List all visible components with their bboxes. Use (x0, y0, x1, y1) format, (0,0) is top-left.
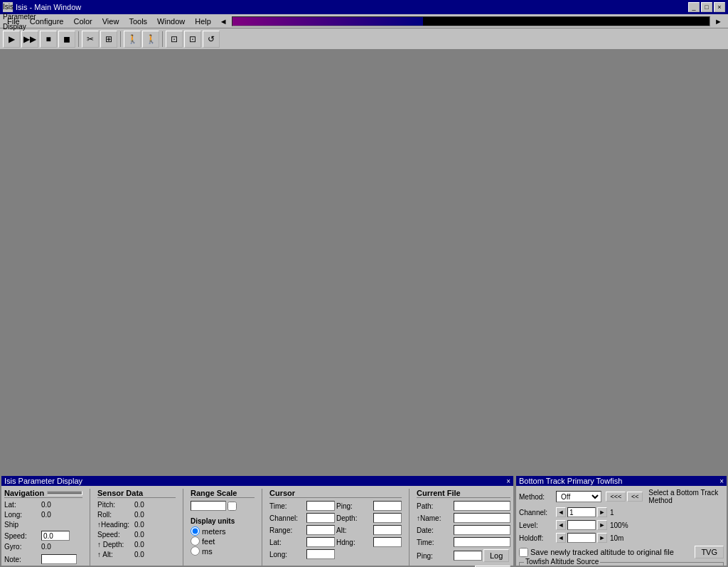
refresh-button[interactable]: ↺ (203, 31, 220, 48)
grid-button[interactable]: ⊞ (100, 31, 117, 48)
param-panel-title: Isis Parameter Display × (1, 476, 513, 486)
holdoff-right-button[interactable]: ► (597, 533, 607, 543)
menu-file[interactable]: File (3, 16, 24, 27)
note-row: Note: (4, 554, 82, 564)
navigation-label: Navigation (4, 489, 44, 497)
level-input[interactable] (567, 520, 596, 530)
level-right-button[interactable]: ► (597, 520, 607, 530)
window-title: Isis - Main Window (16, 3, 81, 11)
cursor-ping-label: Ping: (336, 502, 372, 510)
fast-forward-button[interactable]: ▶▶ (21, 31, 38, 48)
menu-window[interactable]: Window (153, 16, 189, 27)
bottom-track-close-button[interactable]: × (719, 477, 724, 485)
cursor-channel-label: Channel: (269, 514, 305, 522)
divider2 (183, 489, 183, 567)
cursor-range-input[interactable] (306, 525, 335, 535)
cursor-depth-input[interactable] (373, 513, 402, 523)
cf-date-input[interactable] (454, 525, 510, 535)
note-input[interactable] (41, 554, 77, 564)
bottom-panels: Isis Parameter Display × Navigation Lat:… (0, 475, 728, 567)
arrow-right-icon[interactable]: ► (714, 17, 722, 26)
menu-color[interactable]: Color (69, 16, 96, 27)
range-scale-checkbox[interactable] (228, 502, 237, 511)
stop-button[interactable]: ■ (40, 31, 57, 48)
menu-tools[interactable]: Tools (124, 16, 151, 27)
menu-help[interactable]: Help (191, 16, 215, 27)
level-left-button[interactable]: ◄ (556, 520, 566, 530)
nav-speed-input[interactable] (41, 531, 70, 541)
nav-back-far-button[interactable]: <<< (606, 492, 626, 502)
main-canvas (0, 50, 728, 475)
cursor-lat-input[interactable] (306, 537, 335, 547)
meters-radio[interactable] (191, 526, 200, 536)
cf-path-input[interactable] (454, 501, 510, 511)
cf-ping-row: Ping: Log (417, 549, 510, 562)
menu-view[interactable]: View (98, 16, 124, 27)
param-panel-close-button[interactable]: × (506, 477, 510, 485)
nav-back-button[interactable]: << (627, 492, 643, 502)
cursor-hdng-input[interactable] (373, 537, 402, 547)
feet-radio[interactable] (191, 536, 200, 546)
alt-label: ↑ Alt: (97, 551, 133, 558)
stop2-button[interactable]: ◼ (58, 31, 75, 48)
cf-time-input[interactable] (454, 537, 510, 547)
current-file-section: Current File Path: ↑Name: Date: Time: (417, 489, 510, 567)
speed-row: Speed: (4, 531, 82, 541)
heading-label: ↑Heading: (97, 521, 133, 529)
cursor-channel-input[interactable] (306, 513, 335, 523)
method-select[interactable]: Off Auto Manual (556, 491, 601, 502)
navigation-section: Navigation Lat: 0.0 Long: 0.0 Ship Speed… (4, 489, 82, 567)
view2-button[interactable]: ⊡ (184, 31, 201, 48)
view-button[interactable]: ⊡ (166, 31, 183, 48)
scissors-button[interactable]: ✂ (82, 31, 99, 48)
display-units-label: Display units (191, 517, 255, 525)
cf-ping-input[interactable] (454, 551, 482, 561)
save-checkbox[interactable] (519, 548, 528, 557)
channel-control: ◄ ► (556, 507, 607, 517)
maximize-button[interactable]: □ (701, 2, 712, 12)
holdoff-value: 10m (610, 534, 623, 542)
play-button[interactable]: ▶ (3, 31, 20, 48)
meters-label: meters (202, 527, 226, 536)
ms-radio[interactable] (191, 546, 200, 556)
range-scale-label: Range Scale (191, 489, 237, 497)
cf-name-input[interactable] (454, 513, 510, 523)
log-button[interactable]: Log (483, 549, 509, 562)
arrow-left-icon[interactable]: ◄ (220, 17, 228, 26)
cursor-range-row: Range: Alt: (269, 525, 402, 535)
menu-configure[interactable]: Configure (26, 16, 68, 27)
alt-value: 0.0 (134, 551, 144, 558)
roll-label: Roll: (97, 511, 133, 519)
channel-left-button[interactable]: ◄ (556, 507, 566, 517)
cursor-time-input[interactable] (306, 501, 335, 511)
alt-row: ↑ Alt: 0.0 (97, 551, 176, 558)
sensor-speed-label: Speed: (97, 531, 133, 539)
ship-row: Ship (4, 521, 82, 529)
walk-button[interactable]: 🚶 (124, 31, 141, 48)
close-button[interactable]: × (714, 2, 725, 12)
cf-date-label: Date: (417, 526, 452, 534)
app-icon: Isis Parameter Display (3, 2, 13, 12)
holdoff-left-button[interactable]: ◄ (556, 533, 566, 543)
cf-path-label: Path: (417, 502, 452, 510)
bottom-track-panel: Bottom Track Primary Towfish × Method: O… (515, 475, 728, 567)
sensor-data-section: Sensor Data Pitch: 0.0 Roll: 0.0 ↑Headin… (97, 489, 176, 567)
holdoff-input[interactable] (567, 533, 596, 543)
channel-right-button[interactable]: ► (597, 507, 607, 517)
cursor-long-input[interactable] (306, 549, 335, 559)
walk2-button[interactable]: 🚶 (142, 31, 159, 48)
minimize-button[interactable]: _ (688, 2, 700, 12)
tvg-button[interactable]: TVG (695, 546, 724, 558)
cf-name-row: ↑Name: (417, 513, 510, 523)
cursor-section: Cursor Time: Ping: Channel: Depth: Range… (269, 489, 402, 567)
display-units-group: meters feet ms (191, 526, 255, 556)
range-scale-input[interactable] (191, 501, 226, 511)
pitch-row: Pitch: 0.0 (97, 501, 176, 509)
cursor-long-label: Long: (269, 551, 305, 558)
ship-label: Ship (4, 521, 40, 529)
cursor-ping-input[interactable] (373, 501, 402, 511)
channel-value: 1 (610, 509, 614, 516)
roll-row: Roll: 0.0 (97, 511, 176, 519)
cursor-alt-input[interactable] (373, 525, 402, 535)
channel-input[interactable] (567, 507, 596, 517)
